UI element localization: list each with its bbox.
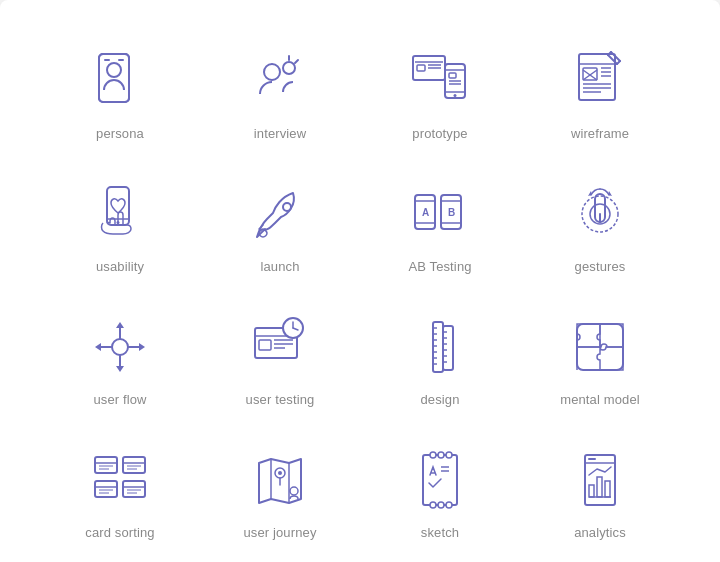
svg-rect-100 [123, 481, 145, 497]
svg-point-115 [446, 452, 452, 458]
icon-item-wireframe: wireframe [520, 30, 680, 153]
interview-icon [245, 46, 315, 116]
svg-point-111 [430, 452, 436, 458]
gestures-label: gestures [575, 259, 626, 274]
launch-icon [245, 179, 315, 249]
user-testing-icon [245, 312, 315, 382]
icon-item-ab-testing: A B AB Testing [360, 163, 520, 286]
card-sorting-icon [85, 445, 155, 515]
user-journey-label: user journey [243, 525, 316, 540]
svg-rect-11 [417, 65, 425, 71]
icon-item-card-sorting: card sorting [40, 429, 200, 552]
sketch-icon [405, 445, 475, 515]
svg-text:B: B [448, 207, 455, 218]
launch-label: launch [260, 259, 299, 274]
persona-label: persona [96, 126, 144, 141]
svg-rect-18 [449, 73, 456, 78]
svg-rect-92 [123, 457, 145, 473]
user-journey-icon [245, 445, 315, 515]
icon-item-interview: interview [200, 30, 360, 153]
ab-testing-label: AB Testing [408, 259, 471, 274]
svg-rect-123 [597, 477, 602, 497]
svg-marker-62 [116, 366, 124, 372]
svg-line-8 [295, 60, 298, 63]
icon-item-design: design [360, 296, 520, 419]
svg-line-35 [617, 61, 620, 64]
sketch-label: sketch [421, 525, 459, 540]
svg-point-17 [454, 94, 457, 97]
prototype-icon [405, 46, 475, 116]
svg-point-112 [430, 502, 436, 508]
svg-text:A: A [422, 207, 429, 218]
svg-point-116 [446, 502, 452, 508]
icon-item-prototype: prototype [360, 30, 520, 153]
user-testing-label: user testing [246, 392, 315, 407]
icon-grid: persona interview [40, 30, 680, 552]
svg-rect-88 [95, 457, 117, 473]
icon-item-user-flow: user flow [40, 296, 200, 419]
svg-point-39 [283, 203, 291, 211]
user-flow-icon [85, 312, 155, 382]
svg-marker-60 [95, 343, 101, 351]
design-label: design [420, 392, 459, 407]
svg-rect-124 [605, 481, 610, 497]
usability-label: usability [96, 259, 144, 274]
analytics-label: analytics [574, 525, 626, 540]
svg-marker-58 [139, 343, 145, 351]
ab-testing-icon: A B [405, 179, 475, 249]
gestures-icon [565, 179, 635, 249]
svg-rect-96 [95, 481, 117, 497]
svg-marker-56 [116, 322, 124, 328]
design-icon [405, 312, 475, 382]
svg-point-54 [112, 339, 128, 355]
mental-model-label: mental model [560, 392, 640, 407]
prototype-label: prototype [412, 126, 467, 141]
main-card: persona interview [0, 0, 720, 562]
analytics-icon [565, 445, 635, 515]
icon-item-user-testing: user testing [200, 296, 360, 419]
mental-model-icon [565, 312, 635, 382]
persona-icon [85, 46, 155, 116]
card-sorting-label: card sorting [85, 525, 154, 540]
icon-item-usability: usability [40, 163, 200, 286]
svg-point-109 [290, 487, 298, 495]
svg-point-113 [438, 452, 444, 458]
icon-item-gestures: gestures [520, 163, 680, 286]
svg-rect-65 [259, 340, 271, 350]
user-flow-label: user flow [93, 392, 146, 407]
wireframe-label: wireframe [571, 126, 629, 141]
icon-item-sketch: sketch [360, 429, 520, 552]
icon-item-persona: persona [40, 30, 200, 153]
svg-point-2 [107, 63, 121, 77]
svg-rect-122 [589, 485, 594, 497]
icon-item-launch: launch [200, 163, 360, 286]
usability-icon [85, 179, 155, 249]
icon-item-user-journey: user journey [200, 429, 360, 552]
interview-label: interview [254, 126, 306, 141]
svg-point-6 [283, 62, 295, 74]
icon-item-mental-model: mental model [520, 296, 680, 419]
svg-point-107 [278, 471, 282, 475]
svg-point-5 [264, 64, 280, 80]
wireframe-icon [565, 46, 635, 116]
svg-point-114 [438, 502, 444, 508]
icon-item-analytics: analytics [520, 429, 680, 552]
